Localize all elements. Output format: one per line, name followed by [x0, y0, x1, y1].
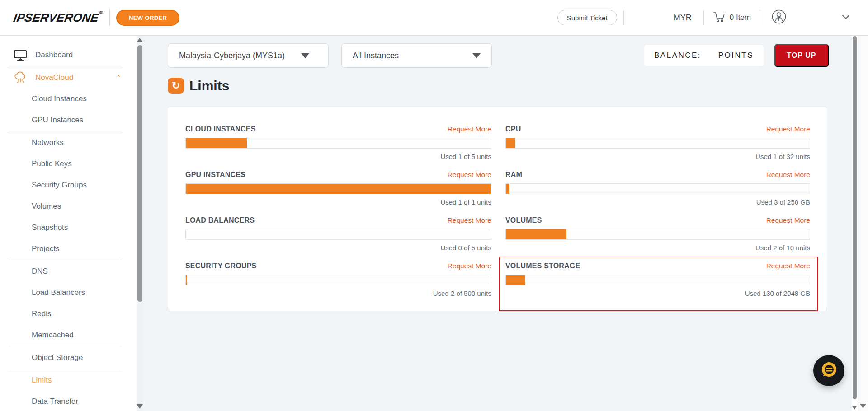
region-select[interactable]: Malaysia-Cyberjaya (MYS1a) — [168, 43, 329, 68]
scroll-down-arrow-icon[interactable] — [860, 404, 866, 408]
sidebar-item-snapshots[interactable]: Snapshots — [0, 217, 137, 238]
usage-progressbar — [505, 229, 810, 240]
usage-text: Used 1 of 32 units — [505, 153, 810, 160]
points-label: POINTS — [718, 51, 754, 60]
currency-selector[interactable]: MYR — [674, 13, 692, 23]
limit-header-row: VOLUMES Request More — [505, 216, 810, 224]
caret-down-icon — [301, 53, 309, 58]
sidebar-item-security-groups[interactable]: Security Groups — [0, 174, 137, 196]
sidebar-item-cloud-instances[interactable]: Cloud Instances — [0, 88, 137, 109]
sidebar-item-novacloud[interactable]: NovaCloud⌃ — [0, 67, 137, 88]
divider — [703, 10, 704, 25]
sidebar-item-label: Dashboard — [35, 51, 73, 60]
limit-name: LOAD BALANCERS — [185, 216, 255, 224]
request-more-link[interactable]: Request More — [766, 171, 810, 179]
scroll-down-arrow-icon[interactable] — [137, 404, 143, 409]
limit-header-row: GPU INSTANCES Request More — [185, 171, 491, 179]
request-more-link[interactable]: Request More — [766, 216, 810, 224]
usage-progressbar-fill — [506, 229, 566, 239]
instances-filter-select[interactable]: All Instances — [341, 43, 492, 68]
balance-display: BALANCE: POINTS — [644, 44, 764, 67]
usage-progressbar-fill — [186, 138, 247, 148]
divider — [760, 10, 760, 25]
new-order-button[interactable]: NEW ORDER — [116, 10, 180, 26]
sidebar-item-memcached[interactable]: Memcached — [0, 324, 137, 346]
sidebar-item-label: Load Balancers — [32, 288, 85, 297]
sidebar-item-public-keys[interactable]: Public Keys — [0, 153, 137, 174]
limit-cell-cloud-instances: CLOUD INSTANCES Request More Used 1 of 5… — [185, 121, 491, 166]
main-content: Malaysia-Cyberjaya (MYS1a) All Instances… — [143, 36, 852, 411]
limit-header-row: LOAD BALANCERS Request More — [185, 216, 491, 224]
app-window: IPSERVERONE ® NEW ORDER Submit Ticket MY… — [0, 0, 868, 411]
request-more-link[interactable]: Request More — [448, 216, 491, 224]
sidebar-item-dns[interactable]: DNS — [0, 261, 137, 282]
sidebar-item-redis[interactable]: Redis — [0, 303, 137, 324]
scroll-down-arrow-icon[interactable] — [852, 406, 857, 410]
sidebar-item-volumes[interactable]: Volumes — [0, 196, 137, 217]
chevron-down-icon[interactable] — [842, 14, 850, 22]
sidebar-item-label: Snapshots — [32, 223, 68, 232]
limit-cell-ram: RAM Request More Used 3 of 250 GB — [505, 166, 810, 212]
content-scrollbar-thumb[interactable] — [853, 36, 857, 399]
cart-button[interactable]: 0 Item — [713, 10, 751, 25]
sidebar-item-label: Memcached — [32, 331, 74, 340]
sidebar-item-label: GPU Instances — [32, 116, 83, 125]
sidebar-item-label: Data Transfer — [32, 397, 78, 406]
sidebar-item-label: Public Keys — [32, 159, 72, 168]
sidebar-item-label: Object Storage — [32, 353, 83, 362]
request-more-link[interactable]: Request More — [766, 125, 810, 133]
sidebar-item-label: Security Groups — [32, 181, 87, 190]
sidebar-item-label: Networks — [32, 138, 64, 147]
sidebar: Dashboard NovaCloud⌃Cloud InstancesGPU I… — [0, 36, 137, 411]
sidebar-item-object-storage[interactable]: Object Storage — [0, 347, 137, 368]
usage-progressbar — [505, 275, 810, 285]
sidebar-scrollbar-thumb[interactable] — [137, 45, 142, 302]
ipserverone-logo[interactable]: IPSERVERONE ® — [14, 11, 103, 25]
sidebar-item-data-transfer[interactable]: Data Transfer — [0, 391, 137, 411]
chat-bubble-icon — [819, 360, 840, 382]
window-scrollbar[interactable] — [858, 0, 868, 411]
limit-header-row: CLOUD INSTANCES Request More — [185, 125, 491, 133]
request-more-link[interactable]: Request More — [766, 262, 810, 270]
logo-registered-mark: ® — [99, 10, 103, 15]
sidebar-item-projects[interactable]: Projects — [0, 238, 137, 259]
request-more-link[interactable]: Request More — [448, 125, 491, 133]
request-more-link[interactable]: Request More — [448, 262, 491, 270]
usage-progressbar-fill — [506, 275, 525, 285]
limit-header-row: VOLUMES STORAGE Request More — [505, 262, 810, 270]
logo-text: IPSERVERONE — [12, 11, 99, 25]
usage-progressbar-fill — [506, 138, 515, 148]
usage-progressbar-fill — [186, 184, 491, 194]
region-select-value: Malaysia-Cyberjaya (MYS1a) — [179, 51, 285, 61]
sidebar-item-networks[interactable]: Networks — [0, 132, 137, 153]
limits-grid: CLOUD INSTANCES Request More Used 1 of 5… — [185, 121, 809, 303]
sidebar-item-load-balancers[interactable]: Load Balancers — [0, 282, 137, 303]
usage-progressbar — [185, 183, 491, 194]
usage-text: Used 2 of 10 units — [505, 244, 810, 252]
sidebar-item-label: Limits — [32, 376, 52, 385]
usage-progressbar — [185, 138, 491, 149]
cart-count: 0 Item — [730, 13, 751, 22]
top-up-button[interactable]: TOP UP — [774, 44, 829, 67]
sidebar-scrollbar[interactable] — [137, 36, 143, 411]
sidebar-item-label: Volumes — [32, 202, 61, 211]
instances-select-value: All Instances — [353, 51, 399, 61]
request-more-link[interactable]: Request More — [448, 171, 491, 179]
sidebar-item-limits[interactable]: Limits — [0, 369, 137, 391]
limit-name: SECURITY GROUPS — [185, 262, 256, 270]
limit-cell-cpu: CPU Request More Used 1 of 32 units — [505, 121, 810, 166]
usage-text: Used 130 of 2048 GB — [505, 290, 810, 297]
sidebar-item-dashboard[interactable]: Dashboard — [0, 44, 137, 65]
usage-text: Used 1 of 5 units — [185, 153, 491, 160]
submit-ticket-button[interactable]: Submit Ticket — [557, 10, 617, 25]
scroll-up-arrow-icon[interactable] — [137, 38, 143, 42]
top-navigation-bar: IPSERVERONE ® NEW ORDER Submit Ticket MY… — [0, 0, 868, 36]
limit-cell-security-groups: SECURITY GROUPS Request More Used 2 of 5… — [185, 257, 491, 303]
account-menu-button[interactable] — [771, 9, 787, 26]
limit-name: VOLUMES — [505, 216, 542, 224]
live-chat-button[interactable] — [813, 355, 844, 386]
content-scrollbar[interactable] — [852, 36, 858, 411]
limit-cell-volumes: VOLUMES Request More Used 2 of 10 units — [505, 212, 810, 257]
sidebar-item-gpu-instances[interactable]: GPU Instances — [0, 109, 137, 131]
refresh-icon[interactable]: ↻ — [168, 78, 184, 94]
